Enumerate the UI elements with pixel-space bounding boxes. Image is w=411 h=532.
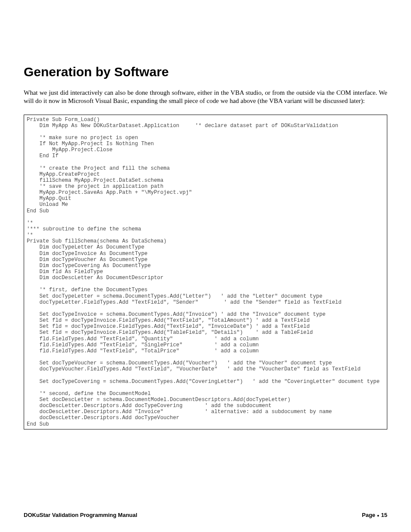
- footer-right: Page●15: [362, 512, 387, 518]
- section-heading: Generation by Software: [24, 65, 387, 79]
- document-page: Generation by Software What we just did …: [0, 0, 411, 532]
- code-listing: Private Sub Form_Load() Dim MyApp As New…: [24, 115, 387, 429]
- footer-page-label: Page: [362, 512, 375, 518]
- page-footer: DOKuStar Validation Programming Manual P…: [24, 512, 387, 518]
- bullet-icon: ●: [375, 513, 381, 518]
- intro-paragraph: What we just did interactively can also …: [24, 89, 387, 105]
- footer-left: DOKuStar Validation Programming Manual: [24, 512, 137, 518]
- footer-page-number: 15: [381, 512, 387, 518]
